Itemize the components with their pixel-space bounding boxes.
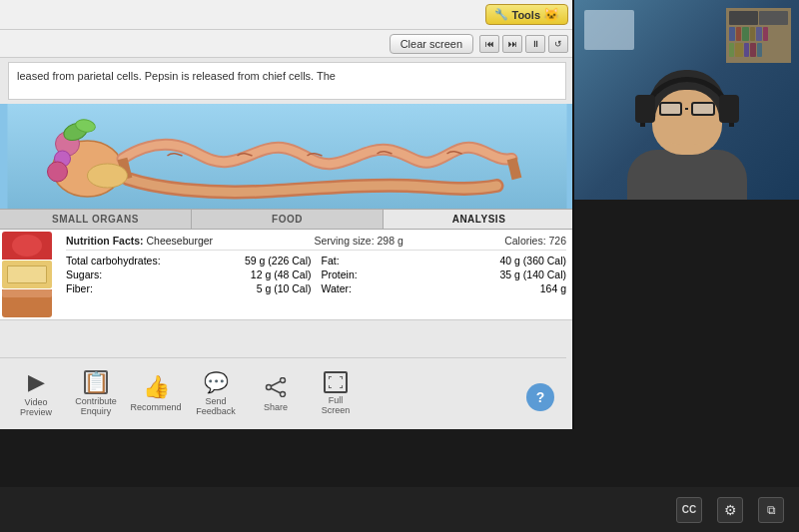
svg-point-9 [88, 164, 128, 188]
send-feedback-label: SendFeedback [196, 397, 236, 417]
contribute-icon: 📋 [84, 370, 108, 394]
playback-controls: ⏮ ⏭ ⏸ ↺ [479, 35, 568, 53]
svg-point-10 [281, 378, 286, 383]
tools-label: Tools [511, 9, 540, 21]
svg-point-12 [267, 385, 272, 390]
webcam-panel [574, 0, 799, 200]
food-images [0, 230, 58, 319]
clear-screen-label: Clear screen [400, 38, 462, 50]
share-icon [264, 375, 288, 399]
text-display: leased from parietal cells. Pepsin is re… [17, 70, 336, 82]
full-screen-button[interactable]: FullScreen [310, 371, 362, 416]
food-pie [2, 289, 52, 317]
food-apple [2, 232, 52, 260]
person [627, 75, 747, 200]
pip-icon: ⧉ [767, 503, 776, 517]
contribute-button[interactable]: 📋 ContributeEnquiry [70, 370, 122, 417]
window-light [584, 10, 634, 50]
video-preview-button[interactable]: ▶ Video Preview [10, 369, 62, 418]
video-controls-bar: CC ⚙ ⧉ [0, 487, 799, 532]
right-dark-area [574, 200, 799, 429]
tools-button[interactable]: 🔧 Tools 🐱 [485, 4, 568, 25]
tab-analysis[interactable]: ANALYSIS [384, 210, 574, 229]
svg-line-7 [512, 159, 517, 179]
tools-emoji: 🐱 [543, 7, 559, 22]
closed-captions-button[interactable]: CC [676, 497, 702, 523]
play-button[interactable]: ⏮ [479, 35, 499, 53]
text-content: leased from parietal cells. Pepsin is re… [8, 62, 566, 100]
message-icon: 💬 [204, 370, 229, 394]
nutrition-water: Water: 164 g [322, 282, 567, 294]
share-button[interactable]: Share [250, 375, 302, 412]
contribute-label: ContributeEnquiry [75, 397, 117, 417]
video-preview-label: Video Preview [10, 398, 62, 418]
recommend-label: Recommend [130, 403, 181, 413]
play-icon: ▶ [28, 369, 45, 395]
app-tabs: SMALL ORGANS FOOD ANALYSIS [0, 209, 574, 230]
tab-food[interactable]: FOOD [192, 210, 384, 229]
webcam-background [574, 0, 799, 200]
cc-label: CC [682, 504, 696, 515]
settings-button[interactable]: ⚙ [717, 497, 743, 523]
clear-screen-button[interactable]: Clear screen [390, 34, 473, 54]
pip-button[interactable]: ⧉ [758, 497, 784, 523]
svg-point-11 [281, 392, 286, 397]
svg-point-4 [48, 162, 68, 182]
help-label: ? [536, 389, 545, 405]
nutrition-header-row: Nutrition Facts: Cheeseburger Serving si… [66, 235, 566, 251]
calories: Calories: 726 [504, 235, 566, 247]
below-content [0, 429, 574, 487]
settings-icon: ⚙ [724, 502, 737, 518]
nutrition-header-label: Nutrition Facts: Cheeseburger [66, 235, 213, 247]
bookshelf [726, 8, 791, 63]
recommend-button[interactable]: 👍 Recommend [130, 374, 182, 413]
nutrition-carbs: Total carbohydrates: 59 g (226 Cal) [66, 255, 312, 266]
app-content: 🔧 Tools 🐱 Clear screen ⏮ ⏭ ⏸ ↺ leased fr… [0, 0, 574, 429]
fullscreen-icon [324, 371, 348, 393]
next-button[interactable]: ⏭ [502, 35, 522, 53]
food-nutrition-row: Nutrition Facts: Cheeseburger Serving si… [0, 230, 574, 320]
thumbs-up-icon: 👍 [143, 374, 170, 400]
action-bar: ▶ Video Preview 📋 ContributeEnquiry 👍 Re… [0, 357, 566, 429]
digestive-illustration [0, 104, 574, 209]
help-button[interactable]: ? [526, 383, 554, 411]
nutrition-facts: Nutrition Facts: Cheeseburger Serving si… [58, 230, 574, 319]
pause-button[interactable]: ⏸ [525, 35, 545, 53]
divider [572, 0, 574, 429]
svg-line-13 [271, 381, 281, 386]
nutrition-fiber: Fiber: 5 g (10 Cal) [66, 282, 312, 294]
fullscreen-label: FullScreen [322, 396, 351, 416]
svg-line-14 [271, 388, 281, 393]
serving-size: Serving size: 298 g [314, 235, 402, 247]
nutrition-protein: Protein: 35 g (140 Cal) [322, 268, 567, 280]
tools-icon: 🔧 [494, 8, 508, 21]
nutrition-grid: Total carbohydrates: 59 g (226 Cal) Fat:… [66, 255, 566, 294]
tab-small-organs[interactable]: SMALL ORGANS [0, 210, 192, 229]
food-cheese [2, 261, 52, 288]
send-feedback-button[interactable]: 💬 SendFeedback [190, 370, 242, 417]
share-label: Share [264, 402, 288, 412]
replay-button[interactable]: ↺ [548, 35, 568, 53]
nutrition-sugars: Sugars: 12 g (48 Cal) [66, 268, 312, 280]
nutrition-fat: Fat: 40 g (360 Cal) [322, 255, 567, 266]
